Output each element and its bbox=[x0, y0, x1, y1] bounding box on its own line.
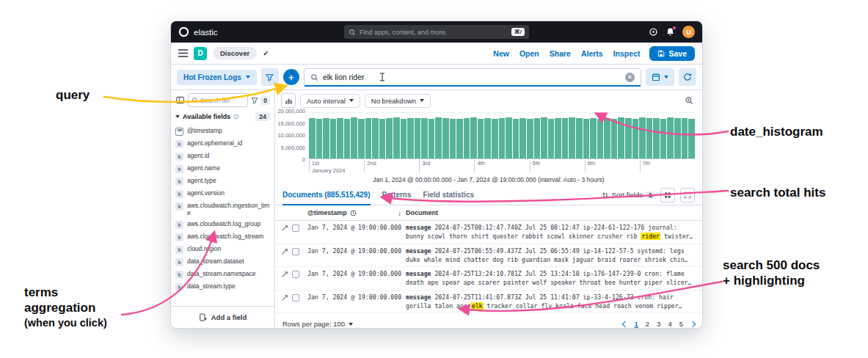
histogram-bar[interactable] bbox=[456, 119, 463, 158]
fullscreen-button[interactable] bbox=[680, 188, 695, 202]
field-item[interactable]: k agent.version bbox=[175, 187, 270, 200]
info-icon[interactable] bbox=[233, 114, 239, 120]
field-search-input[interactable]: Search fiel bbox=[188, 93, 248, 107]
display-options-button[interactable] bbox=[660, 188, 675, 202]
histogram-bar[interactable] bbox=[407, 118, 414, 158]
nav-link-alerts[interactable]: Alerts bbox=[581, 49, 603, 58]
edit-visualization-button[interactable] bbox=[682, 93, 696, 108]
histogram-bar[interactable] bbox=[344, 119, 351, 158]
histogram-bar[interactable] bbox=[625, 118, 632, 158]
field-filter-button[interactable]: 0 bbox=[251, 96, 270, 105]
histogram-bar[interactable] bbox=[415, 118, 421, 158]
histogram-bar[interactable] bbox=[674, 118, 681, 158]
field-item[interactable]: k agent.type bbox=[175, 175, 270, 187]
page-3[interactable]: 3 bbox=[657, 320, 660, 328]
nav-link-open[interactable]: Open bbox=[519, 49, 539, 58]
page-1[interactable]: 1 bbox=[635, 320, 638, 328]
histogram-bar[interactable] bbox=[597, 119, 604, 158]
save-button[interactable]: Save bbox=[649, 46, 695, 61]
histogram-bar[interactable] bbox=[450, 119, 456, 158]
histogram-bar[interactable] bbox=[583, 119, 590, 158]
histogram-bar[interactable] bbox=[667, 117, 674, 158]
histogram-bar[interactable] bbox=[323, 118, 329, 158]
histogram-bar[interactable] bbox=[393, 117, 400, 158]
breakdown-select[interactable]: No breakdown bbox=[365, 94, 431, 108]
chart-options-button[interactable] bbox=[281, 93, 296, 108]
histogram-bar[interactable] bbox=[604, 118, 610, 158]
histogram-bar[interactable] bbox=[351, 117, 357, 158]
histogram-bar[interactable] bbox=[372, 118, 379, 158]
expand-document-icon[interactable] bbox=[281, 248, 288, 255]
field-item[interactable]: k data_stream.namespace bbox=[175, 268, 270, 280]
histogram-bar[interactable] bbox=[688, 119, 695, 158]
histogram-bar[interactable] bbox=[309, 118, 316, 158]
histogram-bar[interactable] bbox=[646, 118, 653, 158]
histogram-bar[interactable] bbox=[401, 119, 407, 158]
tab-field-statistics[interactable]: Field statistics bbox=[423, 185, 474, 205]
histogram-bar[interactable] bbox=[484, 118, 491, 158]
query-input[interactable]: elk lion rider × bbox=[304, 68, 641, 87]
sort-fields-button[interactable]: Sort fields 1 bbox=[602, 191, 655, 199]
histogram-bar[interactable] bbox=[590, 118, 597, 158]
rows-per-page-select[interactable]: Rows per page: 100 bbox=[282, 320, 353, 328]
histogram-bar[interactable] bbox=[337, 118, 343, 158]
field-item[interactable]: k cloud.region bbox=[175, 243, 270, 255]
field-item[interactable]: k data_stream.type bbox=[175, 280, 270, 293]
collapse-sidebar-icon[interactable] bbox=[175, 95, 185, 105]
space-badge[interactable]: D bbox=[194, 47, 207, 60]
date-histogram[interactable]: 20,000,00015,000,00010,000,0005,000,0000… bbox=[281, 111, 696, 174]
histogram-bar[interactable] bbox=[639, 117, 646, 158]
histogram-bar[interactable] bbox=[492, 119, 498, 158]
field-item[interactable]: @timestamp bbox=[175, 125, 270, 137]
histogram-bar[interactable] bbox=[428, 119, 435, 158]
histogram-bar[interactable] bbox=[611, 119, 618, 158]
field-item[interactable]: k data_stream.dataset bbox=[175, 255, 270, 268]
row-checkbox[interactable] bbox=[292, 271, 299, 278]
histogram-bar[interactable] bbox=[527, 119, 533, 158]
field-item[interactable]: k aws.cloudwatch.ingestion_time bbox=[175, 200, 270, 218]
next-page-icon[interactable] bbox=[690, 321, 696, 326]
histogram-bar[interactable] bbox=[562, 118, 569, 158]
row-checkbox[interactable] bbox=[292, 248, 299, 255]
nav-link-new[interactable]: New bbox=[493, 49, 509, 58]
histogram-bar[interactable] bbox=[478, 119, 484, 158]
field-item[interactable]: k agent.name bbox=[175, 162, 270, 175]
page-4[interactable]: 4 bbox=[668, 320, 671, 328]
avatar[interactable]: U bbox=[682, 26, 695, 38]
histogram-bar[interactable] bbox=[470, 117, 477, 158]
histogram-bar[interactable] bbox=[365, 118, 372, 158]
expand-document-icon[interactable] bbox=[281, 224, 288, 232]
document-column-header[interactable]: Document bbox=[406, 209, 438, 216]
field-item[interactable]: k agent.id bbox=[175, 150, 270, 162]
histogram-bar[interactable] bbox=[464, 118, 470, 158]
row-checkbox[interactable] bbox=[292, 294, 299, 302]
histogram-bar[interactable] bbox=[618, 117, 624, 158]
expand-document-icon[interactable] bbox=[281, 271, 288, 278]
histogram-bar[interactable] bbox=[534, 118, 541, 158]
histogram-bar[interactable] bbox=[660, 119, 667, 158]
histogram-bar[interactable] bbox=[316, 119, 323, 158]
global-search-input[interactable]: Find apps, content, and more. ⌘/ bbox=[344, 25, 529, 39]
row-checkbox[interactable] bbox=[292, 224, 299, 232]
refresh-button[interactable] bbox=[679, 68, 696, 86]
histogram-bar[interactable] bbox=[435, 117, 442, 158]
histogram-bar[interactable] bbox=[499, 118, 506, 158]
histogram-bar[interactable] bbox=[330, 119, 337, 158]
field-item[interactable]: k aws.cloudwatch.log_group bbox=[175, 218, 270, 230]
breadcrumb[interactable]: Discover bbox=[213, 47, 257, 59]
histogram-bar[interactable] bbox=[555, 118, 561, 158]
histogram-bar[interactable] bbox=[513, 119, 519, 158]
page-2[interactable]: 2 bbox=[646, 320, 649, 328]
histogram-bar[interactable] bbox=[519, 118, 526, 158]
filter-button[interactable] bbox=[261, 68, 279, 86]
menu-icon[interactable] bbox=[178, 49, 188, 57]
date-picker-button[interactable] bbox=[646, 68, 674, 86]
histogram-bar[interactable] bbox=[442, 118, 449, 158]
histogram-bar[interactable] bbox=[653, 118, 660, 158]
histogram-bar[interactable] bbox=[682, 118, 688, 158]
histogram-bar[interactable] bbox=[358, 119, 365, 158]
nav-link-share[interactable]: Share bbox=[550, 49, 571, 58]
tab-documents[interactable]: Documents (885,515,429) bbox=[282, 185, 371, 205]
deployment-icon[interactable] bbox=[649, 27, 658, 37]
histogram-bar[interactable] bbox=[386, 118, 393, 158]
